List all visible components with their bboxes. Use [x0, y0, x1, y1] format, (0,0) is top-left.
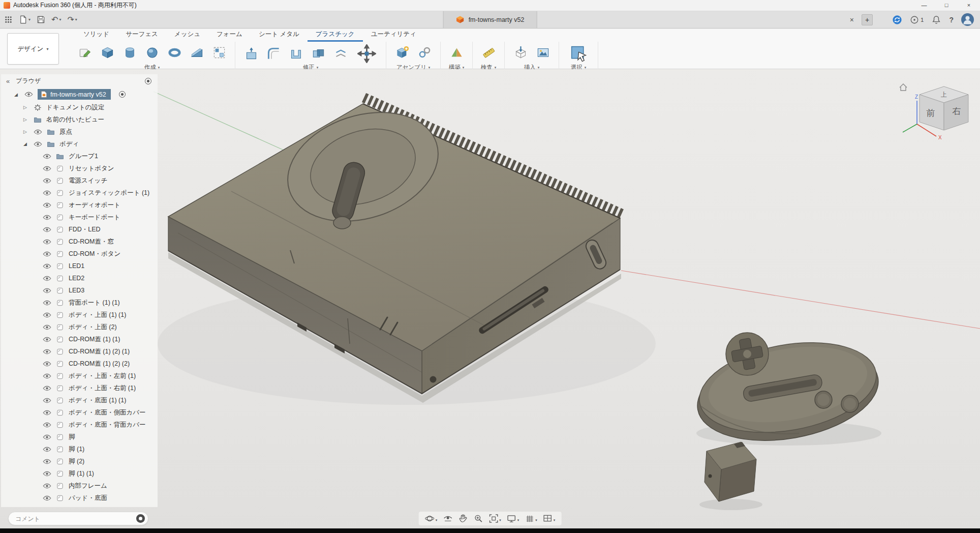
app-launcher-icon[interactable]: [4, 15, 13, 24]
visibility-eye-icon[interactable]: [43, 483, 53, 489]
expand-expanded-icon[interactable]: ◢: [23, 141, 30, 146]
select-icon[interactable]: [566, 43, 591, 64]
tree-item[interactable]: ボディ・底面・背面カバー: [1, 419, 158, 431]
visibility-eye-icon[interactable]: [43, 471, 53, 477]
tree-item[interactable]: 脚 (1) (1): [1, 467, 158, 480]
ribbon-tab-solid[interactable]: ソリッド: [75, 28, 117, 42]
tree-item[interactable]: リセットボタン: [1, 162, 158, 174]
ribbon-tab-utilities[interactable]: ユーティリティ: [363, 28, 424, 42]
visibility-eye-icon[interactable]: [43, 227, 53, 232]
comment-input[interactable]: [15, 515, 136, 522]
tree-item[interactable]: 脚: [1, 431, 158, 443]
tree-item[interactable]: ボディ・底面・側面カバー: [1, 406, 158, 419]
orbit-icon[interactable]: ▾: [425, 514, 438, 523]
tree-item[interactable]: パッド・底面: [1, 492, 158, 504]
display-settings-icon[interactable]: ▾: [507, 514, 519, 523]
notification-center-button[interactable]: 1: [910, 15, 924, 24]
visibility-eye-icon[interactable]: [34, 129, 44, 135]
tree-item[interactable]: ボディ・底面 (1) (1): [1, 394, 158, 406]
expand-collapsed-icon[interactable]: ▷: [23, 117, 30, 122]
tree-item[interactable]: オーディオポート: [1, 199, 158, 211]
visibility-eye-icon[interactable]: [43, 373, 53, 379]
tree-item[interactable]: 電源スイッチ: [1, 174, 158, 187]
workspace-selector[interactable]: デザイン ▾: [7, 33, 59, 65]
visibility-eye-icon[interactable]: [43, 288, 53, 293]
create-sketch-icon[interactable]: [76, 43, 94, 62]
visibility-eye-icon[interactable]: [43, 190, 53, 196]
combine-icon[interactable]: [309, 44, 327, 63]
visibility-eye-icon[interactable]: [43, 276, 53, 281]
document-tab[interactable]: fm-towns-marty v52: [443, 11, 537, 28]
visibility-eye-icon[interactable]: [43, 337, 53, 342]
zoom-icon[interactable]: [473, 514, 483, 523]
ribbon-tab-mesh[interactable]: メッシュ: [166, 28, 208, 42]
job-status-icon[interactable]: [892, 15, 902, 25]
close-window-button[interactable]: ×: [958, 0, 980, 11]
visibility-eye-icon[interactable]: [43, 495, 53, 501]
bell-icon[interactable]: [931, 15, 941, 25]
tree-item[interactable]: 背面ポート (1) (1): [1, 297, 158, 309]
ribbon-tab-sheet-metal[interactable]: シート メタル: [251, 28, 308, 42]
pan-icon[interactable]: [458, 514, 468, 523]
file-menu-icon[interactable]: ▾: [19, 15, 30, 24]
ribbon-tab-form[interactable]: フォーム: [208, 28, 251, 42]
visibility-eye-icon[interactable]: [43, 410, 53, 416]
primitive-torus-icon[interactable]: [165, 43, 183, 62]
tree-item[interactable]: キーボードポート: [1, 211, 158, 223]
browser-root-item[interactable]: ◢ fm-towns-marty v52: [1, 87, 158, 101]
primitive-sphere-icon[interactable]: [143, 43, 161, 62]
visibility-eye-icon[interactable]: [43, 300, 53, 306]
tree-item[interactable]: CD-ROM蓋 (1) (2) (2): [1, 358, 158, 370]
redo-icon[interactable]: ↷▾: [67, 16, 77, 24]
visibility-eye-icon[interactable]: [43, 386, 53, 391]
ribbon-tab-plastic[interactable]: プラスチック: [308, 28, 363, 42]
tree-item[interactable]: ◢ボディ: [1, 138, 158, 150]
construction-plane-icon[interactable]: [447, 43, 466, 62]
shell-icon[interactable]: [287, 44, 305, 63]
primitive-box-icon[interactable]: [98, 43, 116, 62]
grid-snaps-icon[interactable]: ▾: [525, 514, 537, 523]
move-copy-icon[interactable]: [354, 43, 379, 64]
expand-expanded-icon[interactable]: ◢: [14, 92, 21, 97]
fillet-icon[interactable]: [264, 44, 283, 63]
visibility-eye-icon[interactable]: [43, 154, 53, 159]
tree-item[interactable]: CD-ROM蓋・窓: [1, 235, 158, 248]
visibility-eye-icon[interactable]: [43, 324, 53, 330]
undo-icon[interactable]: ↶▾: [51, 16, 61, 24]
tree-item[interactable]: ボディ・上面 (1) (1): [1, 309, 158, 321]
visibility-eye-icon[interactable]: [43, 251, 53, 257]
insert-derive-icon[interactable]: [511, 43, 530, 62]
press-pull-icon[interactable]: [242, 44, 260, 63]
joint-icon[interactable]: [415, 43, 434, 62]
browser-collapse-icon[interactable]: «: [6, 77, 10, 85]
viewports-icon[interactable]: ▾: [543, 514, 556, 523]
tree-item[interactable]: ▷原点: [1, 126, 158, 138]
browser-display-toggle-icon[interactable]: [145, 78, 151, 84]
view-cube[interactable]: 上 前 右 Z X: [896, 76, 973, 149]
tree-item[interactable]: CD-ROM・ボタン: [1, 248, 158, 260]
tree-item[interactable]: グループ1: [1, 150, 158, 162]
viewcube-home-icon[interactable]: [900, 84, 907, 91]
tree-item[interactable]: CD-ROM蓋 (1) (2) (1): [1, 345, 158, 358]
primitive-cylinder-icon[interactable]: [120, 43, 139, 62]
gamepad-model[interactable]: [690, 330, 885, 454]
expand-collapsed-icon[interactable]: ▷: [23, 105, 30, 110]
fit-icon[interactable]: ▾: [488, 514, 501, 523]
tree-item[interactable]: ボディ・上面 (2): [1, 321, 158, 333]
visibility-eye-icon[interactable]: [43, 166, 53, 171]
visibility-eye-icon[interactable]: [43, 447, 53, 452]
canvas-icon[interactable]: [534, 43, 552, 62]
tree-item[interactable]: CD-ROM蓋 (1) (1): [1, 333, 158, 345]
tree-item[interactable]: 脚 (1): [1, 443, 158, 455]
tree-item[interactable]: 内部フレーム: [1, 480, 158, 492]
visibility-eye-icon[interactable]: [43, 434, 53, 440]
visibility-eye-icon[interactable]: [43, 312, 53, 318]
root-display-toggle-icon[interactable]: [119, 91, 126, 98]
visibility-eye-icon[interactable]: [34, 141, 44, 147]
ribbon-tab-surface[interactable]: サーフェス: [117, 28, 166, 42]
visibility-eye-icon[interactable]: [43, 349, 53, 354]
tree-item[interactable]: ジョイスティックポート (1): [1, 187, 158, 199]
save-icon[interactable]: [37, 15, 45, 24]
tree-item[interactable]: ▷ドキュメントの設定: [1, 101, 158, 113]
visibility-eye-icon[interactable]: [43, 202, 53, 208]
